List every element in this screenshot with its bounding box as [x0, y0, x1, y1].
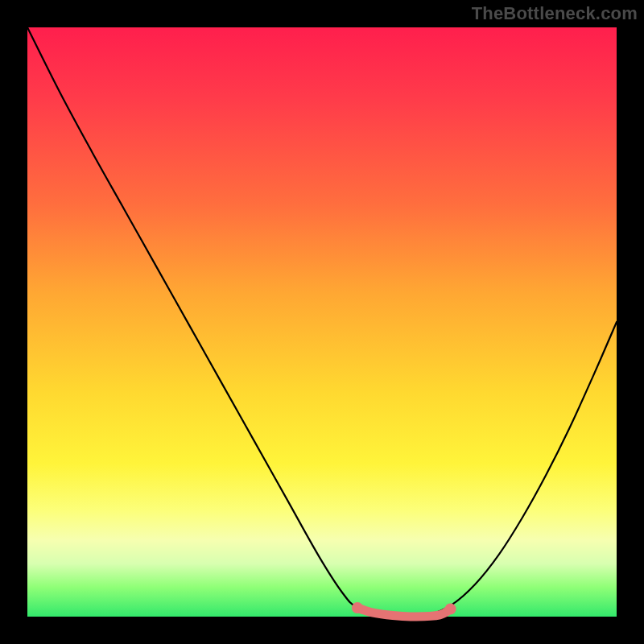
watermark-text: TheBottleneck.com: [472, 3, 638, 24]
plot-svg: [27, 27, 617, 617]
highlight-segment: [357, 608, 451, 617]
highlight-dot: [352, 602, 363, 613]
plot-area: [27, 27, 617, 617]
chart-frame: TheBottleneck.com: [0, 0, 644, 644]
bottleneck-curve: [27, 27, 617, 617]
highlight-dot: [445, 603, 456, 614]
